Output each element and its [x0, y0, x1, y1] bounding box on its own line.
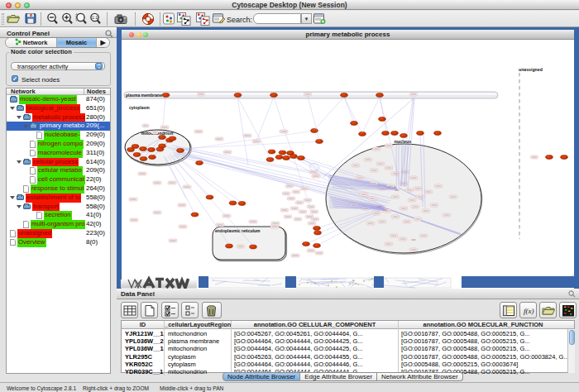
svg-text:f(x): f(x)	[524, 307, 534, 315]
svg-text:1:1: 1:1	[92, 15, 98, 20]
